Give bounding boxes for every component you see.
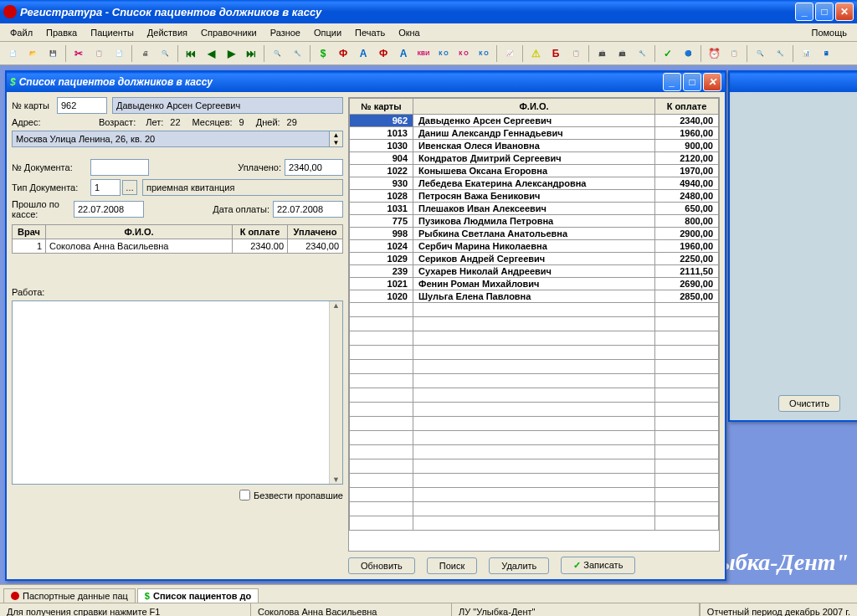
- age-label: Возраст:: [99, 117, 136, 127]
- menu-windows[interactable]: Окна: [392, 26, 427, 39]
- menu-edit[interactable]: Правка: [39, 26, 84, 39]
- minimize-button[interactable]: _: [795, 3, 813, 21]
- tab-debtors[interactable]: $ Список пациентов до: [137, 588, 259, 603]
- paydate-input[interactable]: [273, 201, 343, 218]
- toolbar-button-25[interactable]: К О: [434, 44, 453, 63]
- doctype-num-input[interactable]: [90, 179, 121, 196]
- docnum-input[interactable]: [90, 159, 149, 176]
- doctype-lookup-button[interactable]: …: [122, 180, 137, 195]
- toolbar-button-36[interactable]: 📠: [613, 44, 631, 63]
- dt-h-fio[interactable]: Ф.И.О.: [46, 225, 233, 239]
- patient-row[interactable]: 1013Даниш Александр Геннадьевич1960,00: [350, 127, 719, 140]
- dt-h-doctor[interactable]: Врач: [13, 225, 46, 239]
- toolbar-button-6[interactable]: 📄: [110, 44, 128, 63]
- doctor-table-row[interactable]: 1 Соколова Анна Васильевна 2340.00 2340,…: [13, 239, 343, 254]
- toolbar-button-39[interactable]: ✓: [659, 44, 677, 63]
- card-input[interactable]: [57, 97, 107, 114]
- pt-h-fio[interactable]: Ф.И.О.: [413, 99, 655, 115]
- patient-row[interactable]: 1020Шульга Елена Павловна2850,00: [350, 290, 719, 303]
- pt-h-pay[interactable]: К оплате: [655, 99, 719, 115]
- close-button[interactable]: ✕: [835, 3, 854, 21]
- paid-input[interactable]: [285, 159, 343, 176]
- toolbar-button-21[interactable]: А: [354, 44, 372, 63]
- toolbar-button-14[interactable]: ⏭: [242, 44, 260, 63]
- dt-h-topay[interactable]: К оплате: [233, 225, 288, 239]
- menu-misc[interactable]: Разное: [264, 26, 307, 39]
- toolbar-button-26[interactable]: К О: [454, 44, 473, 63]
- address-scroll[interactable]: ▲▼: [330, 131, 343, 147]
- menu-actions[interactable]: Действия: [141, 26, 194, 39]
- patient-row[interactable]: 1024Сербич Марина Николаевна1960,00: [350, 240, 719, 253]
- toolbar-button-29[interactable]: 📈: [500, 44, 519, 63]
- pt-h-card[interactable]: № карты: [350, 99, 413, 115]
- toolbar-button-22[interactable]: Ф: [374, 44, 393, 63]
- address-input[interactable]: [12, 131, 330, 147]
- toolbar-button-9[interactable]: 🔍: [156, 44, 174, 63]
- patient-row[interactable]: 962Давыденко Арсен Сергеевич2340,00: [350, 115, 719, 127]
- menu-refs[interactable]: Справочники: [194, 26, 264, 39]
- elapsed-label: Прошло по кассе:: [12, 199, 70, 219]
- child-minimize-button[interactable]: _: [663, 73, 681, 91]
- toolbar-button-33[interactable]: 📋: [567, 44, 585, 63]
- toolbar-button-8[interactable]: 🖨: [136, 44, 154, 63]
- patient-row[interactable]: 904Кондратов Дмитрий Сергеевич2120,00: [350, 152, 719, 165]
- patient-row[interactable]: 1029Сериков Андрей Сергеевич2250,00: [350, 253, 719, 265]
- toolbar-button-13[interactable]: ▶: [222, 44, 240, 63]
- work-scrollbar[interactable]: [329, 301, 342, 484]
- patient-row[interactable]: 239Сухарев Николай Андреевич2111,50: [350, 265, 719, 278]
- toolbar-button-12[interactable]: ◀: [202, 44, 220, 63]
- toolbar-button-49[interactable]: 🖥: [817, 44, 835, 63]
- patient-row[interactable]: 930Лебедева Екатерина Александровна4940,…: [350, 177, 719, 190]
- toolbar-button-35[interactable]: 📠: [593, 44, 611, 63]
- menu-print[interactable]: Печать: [348, 26, 392, 39]
- menu-help[interactable]: Помощь: [805, 26, 854, 39]
- clear-button[interactable]: Очистить: [778, 395, 840, 412]
- patient-row[interactable]: 1021Фенин Роман Михайлович2690,00: [350, 278, 719, 290]
- child-close-button[interactable]: ✕: [703, 73, 721, 91]
- toolbar-button-23[interactable]: А: [394, 44, 413, 63]
- toolbar-button-24[interactable]: КВИ: [414, 44, 433, 63]
- patient-row-empty: [350, 331, 719, 346]
- fio-input[interactable]: [112, 97, 343, 114]
- toolbar-button-32[interactable]: Б: [547, 44, 565, 63]
- toolbar-button-2[interactable]: 💾: [44, 44, 62, 63]
- toolbar-button-31[interactable]: ⚠: [526, 44, 545, 63]
- toolbar-button-27[interactable]: К О: [475, 44, 493, 63]
- search-button[interactable]: Поиск: [427, 557, 477, 574]
- patient-row[interactable]: 1028Петросян Важа Беникович2480,00: [350, 190, 719, 203]
- toolbar-button-17[interactable]: 🔧: [288, 44, 306, 63]
- child-maximize-button[interactable]: □: [683, 73, 701, 91]
- patient-row[interactable]: 998Рыбкина Светлана Анатольевна2900,00: [350, 228, 719, 240]
- toolbar-button-4[interactable]: ✂: [69, 44, 88, 63]
- elapsed-input[interactable]: [74, 201, 144, 218]
- patient-row[interactable]: 775Пузикова Людмила Петровна800,00: [350, 215, 719, 228]
- save-button[interactable]: ✓ Записать: [561, 557, 635, 574]
- missing-checkbox[interactable]: [239, 490, 250, 501]
- menu-file[interactable]: Файл: [3, 26, 39, 39]
- toolbar-button-5[interactable]: 📋: [90, 44, 108, 63]
- toolbar-button-42[interactable]: ⏰: [705, 44, 723, 63]
- patient-row[interactable]: 1022Конышева Оксана Егоровна1970,00: [350, 165, 719, 177]
- toolbar-button-45[interactable]: 🔍: [751, 44, 769, 63]
- work-textarea[interactable]: [12, 300, 343, 485]
- tab-passport[interactable]: Паспортные данные пац: [3, 588, 136, 603]
- toolbar-button-20[interactable]: Ф: [334, 44, 352, 63]
- maximize-button[interactable]: □: [815, 3, 834, 21]
- update-button[interactable]: Обновить: [348, 557, 415, 574]
- toolbar-button-1[interactable]: 📂: [23, 44, 42, 63]
- toolbar-button-40[interactable]: 🔵: [679, 44, 697, 63]
- patient-row[interactable]: 1030Ивенская Олеся Ивановна900,00: [350, 140, 719, 152]
- toolbar-button-0[interactable]: 📄: [3, 44, 22, 63]
- menu-patients[interactable]: Пациенты: [84, 26, 141, 39]
- dt-h-paid[interactable]: Уплачено: [288, 225, 343, 239]
- toolbar-button-48[interactable]: 📊: [797, 44, 815, 63]
- menu-options[interactable]: Опции: [307, 26, 348, 39]
- patient-row[interactable]: 1031Плешаков Иван Алексеевич650,00: [350, 203, 719, 215]
- toolbar-button-19[interactable]: $: [314, 44, 332, 63]
- toolbar-button-16[interactable]: 🔍: [268, 44, 286, 63]
- toolbar-button-46[interactable]: 🔧: [771, 44, 789, 63]
- delete-button[interactable]: Удалить: [489, 557, 549, 574]
- toolbar-button-37[interactable]: 🔧: [633, 44, 651, 63]
- toolbar-button-11[interactable]: ⏮: [182, 44, 200, 63]
- toolbar-button-43[interactable]: 📋: [725, 44, 743, 63]
